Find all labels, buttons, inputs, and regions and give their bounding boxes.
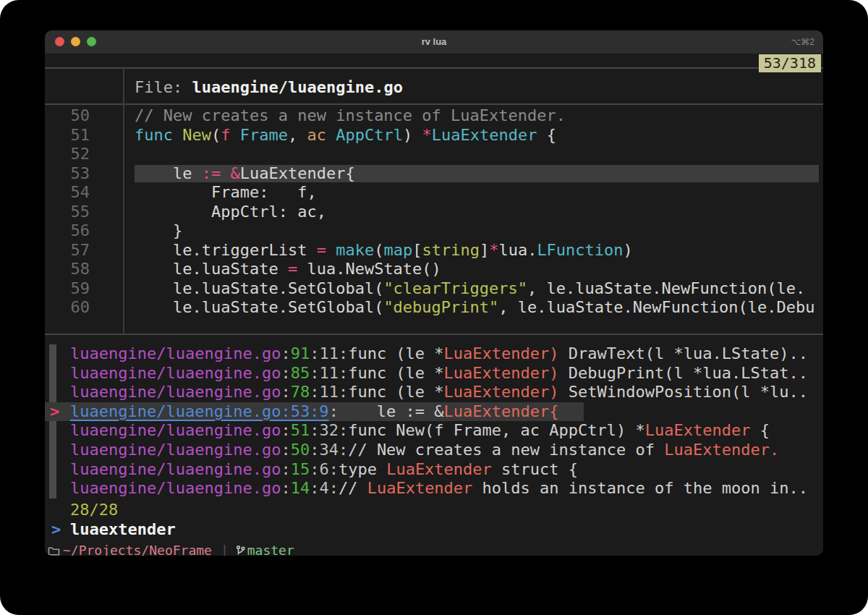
- result-text: luaengine/luaengine.go:15:6:type LuaExte…: [70, 460, 823, 480]
- code-text: le.luaState.SetGlobal("clearTriggers", l…: [135, 279, 823, 299]
- search-results-list: luaengine/luaengine.go:91:11:func (le *L…: [45, 344, 823, 499]
- line-number: 55: [56, 203, 90, 222]
- preview-code-line: 55 AppCtrl: ac,: [45, 203, 823, 222]
- code-segment-w: [: [412, 241, 422, 259]
- code-segment-sep: :: [281, 460, 290, 478]
- line-number: 57: [56, 241, 90, 260]
- line-number: 53: [56, 164, 90, 184]
- code-segment-sep: :32:: [310, 421, 348, 439]
- code-segment-txt: le := &: [339, 402, 444, 420]
- code-segment-m: LuaExtender): [444, 344, 559, 362]
- result-row-selected[interactable]: >luaengine/luaengine.go:53:9: le := &Lua…: [45, 402, 823, 422]
- result-row[interactable]: luaengine/luaengine.go:15:6:type LuaExte…: [45, 460, 823, 480]
- code-segment-w: (: [211, 126, 221, 144]
- code-segment-txt: func (le *: [348, 364, 443, 382]
- result-row[interactable]: luaengine/luaengine.go:78:11:func (le *L…: [45, 383, 823, 402]
- code-segment-w: le.luaState: [135, 260, 288, 278]
- code-segment-sep: :11:: [310, 383, 348, 401]
- code-segment-w: le.triggerList: [135, 241, 317, 259]
- code-segment-p: *: [422, 126, 431, 144]
- list-preview-separator: [45, 334, 823, 335]
- code-text: le := &LuaExtender{: [135, 164, 823, 184]
- code-segment-txt: func (le *: [348, 344, 443, 362]
- list-gutter-bar: [49, 479, 56, 499]
- line-number: 58: [56, 260, 90, 279]
- line-number: 60: [56, 298, 90, 318]
- result-text: luaengine/luaengine.go:78:11:func (le *L…: [70, 383, 823, 402]
- list-gutter-bar: [49, 383, 56, 402]
- code-segment-p: *: [489, 241, 498, 259]
- code-segment-w: ]: [480, 241, 489, 259]
- result-row[interactable]: luaengine/luaengine.go:91:11:func (le *L…: [45, 344, 823, 364]
- code-segment-txt: {: [750, 421, 770, 439]
- result-row[interactable]: luaengine/luaengine.go:51:32:func New(f …: [45, 421, 823, 441]
- code-segment-file: luaengine/luaengine.go: [70, 460, 281, 478]
- code-segment-lnum: 85: [291, 364, 310, 382]
- status-bar: ~/Projects/NeoFrame | master: [45, 541, 823, 556]
- code-segment-sep: :6:: [310, 460, 339, 478]
- code-segment-m: LuaExtender): [444, 383, 559, 401]
- preview-code-line: 59 le.luaState.SetGlobal("clearTriggers"…: [45, 279, 823, 299]
- line-number: 51: [56, 126, 90, 145]
- preview-code-line: 56 }: [45, 221, 823, 241]
- code-segment-w: AppCtrl: ac,: [135, 203, 326, 221]
- list-gutter-bar: [49, 421, 56, 441]
- code-segment-txt: DrawText(l *lua.LState)..: [559, 344, 808, 362]
- code-segment-o: ac: [307, 126, 326, 144]
- preview-code-line: 53 le := &LuaExtender{: [45, 164, 823, 184]
- window-titlebar[interactable]: rv lua ⌥⌘2: [45, 30, 823, 54]
- code-segment-w: lua.: [498, 241, 537, 259]
- code-segment-file: luaengine/luaengine.go: [70, 383, 281, 401]
- search-prompt-row[interactable]: > luaextender: [45, 519, 823, 539]
- preview-code-line: 60 le.luaState.SetGlobal("debugPrint", l…: [45, 298, 823, 318]
- code-text: }: [135, 221, 823, 241]
- code-segment-lnum: 51: [291, 421, 310, 439]
- result-text: luaengine/luaengine.go:53:9: le := &LuaE…: [70, 402, 823, 422]
- code-text: Frame: f,: [135, 183, 823, 203]
- code-preview-pane[interactable]: 50// New creates a new instance of LuaEx…: [45, 106, 823, 318]
- result-row[interactable]: luaengine/luaengine.go:14:4:// LuaExtend…: [45, 479, 823, 499]
- list-gutter-bar: [49, 344, 56, 364]
- code-segment-w: le: [135, 164, 202, 182]
- code-segment-c: // New creates a new instance of LuaExte…: [135, 106, 566, 124]
- code-segment-t: LFunction: [537, 241, 623, 259]
- result-row[interactable]: luaengine/luaengine.go:85:11:func (le *L…: [45, 364, 823, 383]
- window-shortcut-badge: ⌥⌘2: [791, 30, 814, 54]
- code-segment-fn: New: [182, 126, 211, 144]
- code-segment-w: {: [537, 126, 556, 144]
- file-header-path: luaengine/luaengine.go: [192, 78, 402, 96]
- code-segment-sep: :: [281, 383, 290, 401]
- search-query-input[interactable]: luaextender: [70, 519, 176, 539]
- code-text: le.triggerList = make(map[string]*lua.LF…: [135, 241, 823, 260]
- code-segment-t: Frame: [240, 126, 288, 144]
- code-segment-m: LuaExtender{: [444, 402, 559, 420]
- code-segment-w: (: [374, 241, 383, 259]
- code-text: func New(f Frame, ac AppCtrl) *LuaExtend…: [135, 126, 823, 145]
- code-text: // New creates a new instance of LuaExte…: [135, 106, 823, 126]
- code-segment-filesel: luaengine/luaengine.go:53:9: [70, 402, 329, 420]
- code-segment-sep: :34:: [310, 441, 348, 459]
- code-segment-sep: :: [281, 364, 290, 382]
- code-segment-txt: DebugPrint(l *lua.LStat..: [559, 364, 808, 382]
- code-segment-r: f: [221, 126, 230, 144]
- code-segment-p: :=: [202, 164, 221, 182]
- match-counter: 28/28: [70, 500, 118, 519]
- desktop-background: rv lua ⌥⌘2 53/318 File: luaengine/luaeng…: [0, 0, 868, 615]
- code-segment-w: [221, 164, 230, 182]
- code-segment-w: , le.luaState.NewFunction(le.Debu: [498, 298, 814, 316]
- code-segment-k: map: [383, 241, 412, 259]
- preview-scroll-indicator: 53/318: [759, 54, 821, 72]
- preview-code-line: 50// New creates a new instance of LuaEx…: [45, 106, 823, 126]
- code-segment-txt: // New creates a new instance of: [348, 441, 664, 459]
- folder-icon: [48, 546, 60, 556]
- result-row[interactable]: luaengine/luaengine.go:50:34:// New crea…: [45, 441, 823, 460]
- working-directory-path: ~/Projects/NeoFrame: [63, 541, 212, 556]
- code-segment-t: LuaExtender: [432, 126, 537, 144]
- code-segment-w: [173, 126, 182, 144]
- code-segment-w: LuaExtender{: [240, 164, 355, 182]
- code-segment-w: [326, 241, 336, 259]
- status-separator: |: [221, 541, 229, 556]
- code-segment-sep: :11:: [310, 364, 348, 382]
- line-number: 50: [56, 106, 90, 126]
- code-segment-txt: holds an instance of the moon in..: [472, 479, 808, 497]
